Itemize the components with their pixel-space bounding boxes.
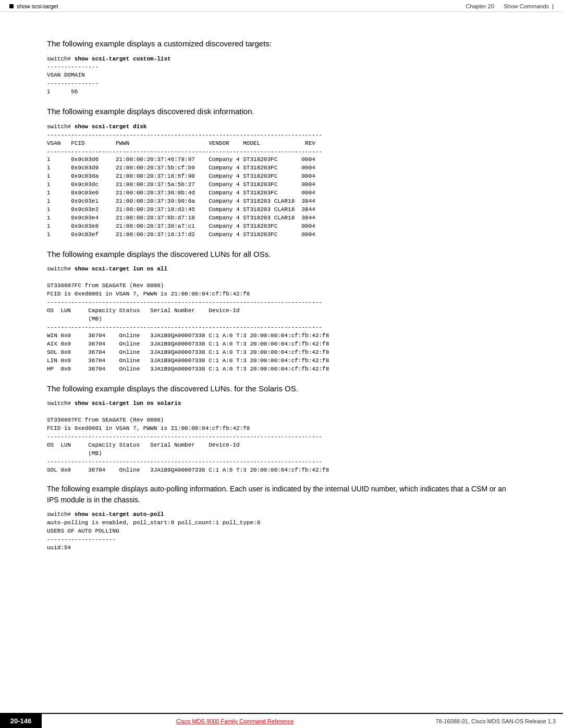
- code-lun-os-solaris-intro: switch# show scsi-target lun os solaris …: [47, 400, 516, 474]
- code-lun-os-all-intro: switch# show scsi-target lun os all ST33…: [47, 265, 516, 373]
- code-auto-poll-intro: switch# show scsi-target auto-poll auto-…: [47, 511, 516, 552]
- footer-center: Cisco MDS 9000 Family Command Reference: [42, 714, 429, 728]
- sidebar-label-text: show scsi-target: [17, 3, 58, 9]
- main-content: The following example displays a customi…: [0, 12, 563, 597]
- footer-right-text: 78-16088-01, Cisco MDS SAN-OS Release 1.…: [429, 714, 564, 728]
- code-custom-list: switch# show scsi-target custom-list ---…: [47, 55, 516, 97]
- page-number: 20-146: [0, 714, 42, 728]
- sidebar-indicator: [9, 4, 14, 8]
- header-chapter-info: Chapter 20 Show Commands |: [466, 3, 554, 9]
- page-header: show scsi-target Chapter 20 Show Command…: [0, 0, 563, 12]
- code-disk-intro: switch# show scsi-target disk ----------…: [47, 123, 516, 239]
- sidebar-label-area: show scsi-target: [9, 3, 58, 9]
- section-2-heading: The following example displays discovere…: [47, 106, 516, 118]
- section-5-heading: The following example displays auto-poll…: [47, 484, 516, 505]
- section-4-heading: The following example displays the disco…: [47, 383, 516, 395]
- section-3-heading: The following example displays the disco…: [47, 249, 516, 261]
- footer-link[interactable]: Cisco MDS 9000 Family Command Reference: [176, 718, 294, 724]
- chapter-title: Show Commands: [504, 3, 549, 9]
- chapter-label: Chapter 20: [466, 3, 494, 9]
- section-1-heading: The following example displays a customi…: [47, 38, 516, 50]
- page-footer: 20-146 Cisco MDS 9000 Family Command Ref…: [0, 713, 563, 728]
